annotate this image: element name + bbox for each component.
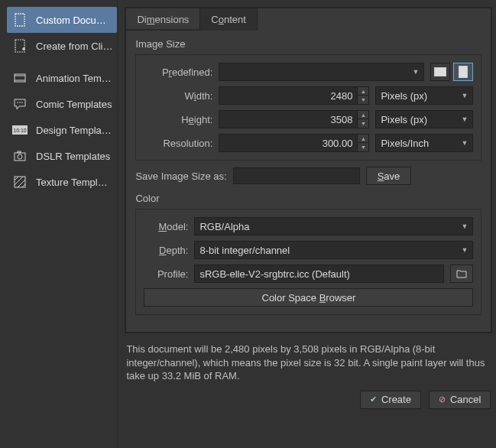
portrait-icon xyxy=(459,66,468,78)
tab-dimensions[interactable]: Dimensions xyxy=(126,8,200,31)
spin-up-icon[interactable]: ▲ xyxy=(358,135,368,143)
orientation-landscape-button[interactable] xyxy=(430,63,450,81)
svg-point-7 xyxy=(21,102,23,103)
svg-point-6 xyxy=(19,102,21,103)
combo-value: Pixels (px) xyxy=(381,114,427,125)
spin-down-icon[interactable]: ▼ xyxy=(358,143,368,151)
create-button[interactable]: ✔ Create xyxy=(360,391,421,409)
tab-bar: Dimensions Content xyxy=(125,8,491,31)
sidebar-item-design-templates[interactable]: 16:10 Design Templa… xyxy=(7,117,117,143)
profile-combo[interactable]: sRGB-elle-V2-srgbtrc.icc (Default) xyxy=(194,265,444,283)
combo-value: sRGB-elle-V2-srgbtrc.icc (Default) xyxy=(199,268,350,280)
model-combo[interactable]: RGB/Alpha ▼ xyxy=(194,217,473,235)
document-info-text: This document will be 2,480 pixels by 3,… xyxy=(126,342,491,383)
sidebar-item-dslr-templates[interactable]: DSLR Templates xyxy=(7,143,117,169)
cancel-button[interactable]: ⊘ Cancel xyxy=(429,391,491,409)
chevron-down-icon: ▼ xyxy=(462,246,468,254)
profile-browse-button[interactable] xyxy=(450,265,473,283)
width-unit-combo[interactable]: Pixels (px) ▼ xyxy=(375,86,473,105)
button-label: Cancel xyxy=(450,394,481,405)
depth-combo[interactable]: 8-bit integer/channel ▼ xyxy=(194,241,473,259)
chevron-down-icon: ▼ xyxy=(413,68,420,76)
sidebar-item-label: DSLR Templates xyxy=(36,151,110,162)
svg-point-11 xyxy=(18,154,22,159)
save-as-label: Save Image Size as: xyxy=(135,170,226,182)
speech-bubble-icon xyxy=(11,96,28,112)
camera-icon xyxy=(11,148,28,164)
resolution-unit-combo[interactable]: Pixels/Inch ▼ xyxy=(375,134,473,152)
color-space-browser-button[interactable]: Color Space Browser xyxy=(144,288,473,307)
button-label: Color Space Browser xyxy=(262,292,356,304)
folder-icon xyxy=(456,269,467,278)
svg-rect-12 xyxy=(18,151,21,153)
chevron-down-icon: ▼ xyxy=(462,92,468,99)
orientation-portrait-button[interactable] xyxy=(453,63,473,81)
sidebar-item-label: Animation Tem… xyxy=(36,73,112,84)
chevron-down-icon: ▼ xyxy=(462,139,468,147)
depth-label: Depth: xyxy=(144,245,188,256)
height-input[interactable] xyxy=(219,114,357,125)
ratio-icon: 16:10 xyxy=(11,122,28,138)
color-group: Model: RGB/Alpha ▼ Depth: 8-bit integer/… xyxy=(135,209,481,315)
image-size-title: Image Size xyxy=(135,38,481,50)
sidebar-item-label: Design Templa… xyxy=(36,125,112,136)
dimensions-panel: Image Size Predefined: ▼ xyxy=(125,31,491,333)
spin-up-icon[interactable]: ▲ xyxy=(358,87,368,96)
width-spinner[interactable]: ▲▼ xyxy=(219,86,369,105)
button-label: Create xyxy=(381,394,411,405)
check-icon: ✔ xyxy=(370,394,377,404)
template-sidebar: Custom Docu… Create from Cli… Animation … xyxy=(0,0,118,448)
sidebar-item-comic-templates[interactable]: Comic Templates xyxy=(7,91,117,117)
combo-value: RGB/Alpha xyxy=(199,221,249,232)
image-size-group: Predefined: ▼ Width: xyxy=(135,54,481,161)
svg-text:16:10: 16:10 xyxy=(13,128,27,133)
spin-down-icon[interactable]: ▼ xyxy=(358,96,368,104)
sidebar-item-animation-templates[interactable]: Animation Tem… xyxy=(7,65,117,91)
color-title: Color xyxy=(135,193,481,204)
main-panel: Dimensions Content Image Size Predefined… xyxy=(118,0,496,448)
height-spinner[interactable]: ▲▼ xyxy=(219,110,369,128)
cancel-icon: ⊘ xyxy=(439,394,446,404)
sidebar-item-label: Custom Docu… xyxy=(36,15,106,26)
svg-rect-1 xyxy=(15,40,24,52)
tab-content[interactable]: Content xyxy=(200,8,258,31)
combo-value: Pixels/Inch xyxy=(381,138,429,149)
sidebar-item-label: Texture Templ… xyxy=(36,177,108,188)
width-label: Width: xyxy=(144,90,212,102)
sidebar-item-label: Create from Cli… xyxy=(36,41,112,52)
profile-label: Profile: xyxy=(144,268,188,280)
resolution-spinner[interactable]: ▲▼ xyxy=(219,134,369,152)
tab-label: Dimensions xyxy=(137,14,189,25)
spin-down-icon[interactable]: ▼ xyxy=(358,119,368,128)
model-label: Model: xyxy=(144,221,188,232)
svg-rect-0 xyxy=(15,14,24,26)
sidebar-item-texture-templates[interactable]: Texture Templ… xyxy=(7,169,117,195)
save-as-input[interactable] xyxy=(233,167,360,184)
film-icon xyxy=(11,70,28,86)
sidebar-item-custom-document[interactable]: Custom Docu… xyxy=(7,7,117,33)
svg-point-5 xyxy=(17,102,18,103)
chevron-down-icon: ▼ xyxy=(462,115,468,123)
sidebar-item-label: Comic Templates xyxy=(36,99,112,110)
spin-up-icon[interactable]: ▲ xyxy=(358,111,368,119)
save-button[interactable]: Save xyxy=(366,167,412,185)
button-label: Save xyxy=(378,170,400,182)
predefined-label: Predefined: xyxy=(144,67,212,78)
combo-value: 8-bit integer/channel xyxy=(199,245,290,256)
sidebar-item-create-from-clipboard[interactable]: Create from Cli… xyxy=(7,33,117,59)
tab-label: Content xyxy=(211,14,246,25)
combo-value: Pixels (px) xyxy=(381,90,427,102)
chevron-down-icon: ▼ xyxy=(462,222,468,230)
height-label: Height: xyxy=(144,114,212,125)
landscape-icon xyxy=(434,67,446,76)
resolution-input[interactable] xyxy=(219,138,357,149)
clipboard-plus-icon xyxy=(11,37,28,54)
texture-icon xyxy=(11,174,28,190)
predefined-combo[interactable]: ▼ xyxy=(219,63,424,81)
height-unit-combo[interactable]: Pixels (px) ▼ xyxy=(375,110,473,128)
width-input[interactable] xyxy=(219,90,357,102)
document-icon xyxy=(11,11,28,28)
resolution-label: Resolution: xyxy=(144,138,212,149)
